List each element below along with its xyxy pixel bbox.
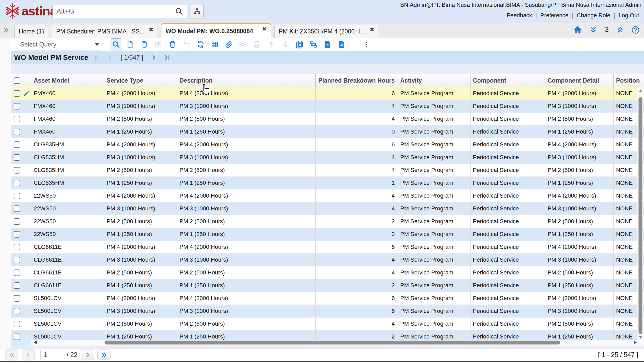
row-checkbox[interactable] xyxy=(14,269,20,276)
app-logo[interactable]: astina xyxy=(4,3,57,19)
horizontal-scrollbar[interactable] xyxy=(11,340,644,346)
attachment-button[interactable] xyxy=(223,38,235,50)
column-header-description[interactable]: Description xyxy=(177,74,316,87)
expand-all-icon[interactable] xyxy=(616,26,624,34)
close-icon[interactable]: ✖ xyxy=(370,26,374,33)
next-record-icon[interactable] xyxy=(150,54,157,61)
column-header-component-detail[interactable]: Component Detail xyxy=(545,74,614,87)
row-checkbox[interactable] xyxy=(14,321,20,327)
home-icon[interactable] xyxy=(573,25,582,35)
row-checkbox[interactable] xyxy=(14,167,20,174)
refresh-button[interactable] xyxy=(195,38,207,50)
table-row[interactable]: FMX460PM 4 (2000 Hours)PM 4 (2000 Hours)… xyxy=(11,87,644,100)
row-checkbox[interactable] xyxy=(14,257,20,263)
vertical-scrollbar[interactable] xyxy=(637,87,643,340)
cell: Periodical Service xyxy=(471,125,545,138)
global-search-input[interactable] xyxy=(53,7,171,15)
collapse-all-icon[interactable] xyxy=(589,26,597,34)
scroll-down-icon[interactable] xyxy=(639,336,643,339)
tab-window-3[interactable]: PM Kit: ZX350H/PM 4 (2000 H...✖ xyxy=(274,25,379,38)
scroll-up-icon[interactable] xyxy=(639,89,643,92)
page-number-input[interactable] xyxy=(40,350,63,360)
chevron-down-icon[interactable] xyxy=(91,39,103,50)
row-checkbox[interactable] xyxy=(14,334,20,340)
table-row[interactable]: 22WS50PM 1 (250 Hours)PM 1 (250 Hours)2P… xyxy=(11,228,644,241)
close-icon[interactable]: ✖ xyxy=(149,26,153,33)
row-checkbox[interactable] xyxy=(14,193,20,199)
tab-window-2[interactable]: WO Model PM: WO.0.25080084✖ xyxy=(161,23,271,38)
column-header-service-type[interactable]: Service Type xyxy=(104,74,177,87)
workflow-button[interactable] xyxy=(308,38,320,50)
table-row[interactable]: FMX460PM 3 (1000 Hours)PM 3 (1000 Hours)… xyxy=(11,100,644,113)
delete-button[interactable] xyxy=(166,38,178,50)
column-header-position[interactable]: Position xyxy=(614,74,644,87)
cell: 6 xyxy=(316,87,398,100)
top-link-preference[interactable]: Preference xyxy=(537,12,572,19)
table-row[interactable]: 22WS50PM 3 (1000 Hours)PM 3 (1000 Hours)… xyxy=(11,202,644,215)
top-link-feedback[interactable]: Feedback xyxy=(503,12,536,19)
table-row[interactable]: FMX460PM 2 (500 Hours)PM 2 (500 Hours)4P… xyxy=(11,113,644,125)
table-row[interactable]: CLG835HMPM 2 (500 Hours)PM 2 (500 Hours)… xyxy=(11,164,644,177)
table-row[interactable]: CLG835HMPM 1 (250 Hours)PM 1 (250 Hours)… xyxy=(11,177,644,189)
export-file-button[interactable] xyxy=(322,38,334,50)
new-document-button[interactable] xyxy=(124,38,136,50)
search-icon[interactable] xyxy=(171,4,187,18)
row-checkbox[interactable] xyxy=(14,90,20,97)
column-header-component[interactable]: Component xyxy=(471,74,545,87)
table-row[interactable]: CLG835HMPM 4 (2000 Hours)PM 4 (2000 Hour… xyxy=(11,138,644,151)
top-link-change-role[interactable]: Change Role xyxy=(573,12,614,19)
row-checkbox[interactable] xyxy=(14,244,20,250)
table-view-button[interactable] xyxy=(209,38,221,50)
last-page-button[interactable] xyxy=(97,349,111,360)
table-row[interactable]: 22WS50PM 4 (2000 Hours)PM 4 (2000 Hours)… xyxy=(11,189,644,202)
row-checkbox[interactable] xyxy=(14,282,20,289)
table-row[interactable]: SL500LCVPM 1 (250 Hours)PM 1 (250 Hours)… xyxy=(11,330,644,340)
horizontal-scrollbar-thumb[interactable] xyxy=(105,341,560,344)
table-row[interactable]: SL500LCVPM 3 (1000 Hours)PM 3 (1000 Hour… xyxy=(11,305,644,318)
last-record-icon[interactable] xyxy=(163,54,170,61)
row-checkbox[interactable] xyxy=(14,295,20,302)
scroll-left-icon[interactable] xyxy=(34,340,37,344)
vertical-scrollbar-thumb[interactable] xyxy=(639,97,642,334)
row-checkbox[interactable] xyxy=(14,308,20,314)
sitemap-button[interactable] xyxy=(191,4,204,19)
column-header-planned-breakdown-hours[interactable]: Planned Breakdown Hours xyxy=(316,74,398,87)
row-checkbox[interactable] xyxy=(14,141,20,148)
column-header-asset-model[interactable]: Asset Model xyxy=(31,74,104,87)
table-row[interactable]: SL500LCVPM 4 (2000 Hours)PM 4 (2000 Hour… xyxy=(11,292,644,305)
table-row[interactable]: CLG6611EPM 3 (1000 Hours)PM 3 (1000 Hour… xyxy=(11,254,644,266)
column-header-activity[interactable]: Activity xyxy=(398,74,471,87)
table-row[interactable]: SL500LCVPM 2 (500 Hours)PM 2 (500 Hours)… xyxy=(11,318,644,330)
row-checkbox[interactable] xyxy=(14,218,20,225)
cell: PM 2 (500 Hours) xyxy=(177,113,316,125)
row-checkbox[interactable] xyxy=(14,154,20,161)
table-row[interactable]: CLG6611EPM 1 (250 Hours)PM 1 (250 Hours)… xyxy=(11,279,644,292)
query-select[interactable]: Select Query xyxy=(16,39,103,50)
table-row[interactable]: 22WS50PM 2 (500 Hours)PM 2 (500 Hours)2P… xyxy=(11,215,644,228)
select-all-checkbox[interactable] xyxy=(14,77,20,84)
copy-button[interactable] xyxy=(138,38,150,50)
tab-home[interactable]: Home (17) xyxy=(14,25,48,38)
next-page-button[interactable] xyxy=(81,349,94,360)
row-checkbox[interactable] xyxy=(14,116,20,122)
more-options-button[interactable] xyxy=(360,38,372,50)
row-checkbox[interactable] xyxy=(14,129,20,135)
save-all-button[interactable] xyxy=(293,38,305,50)
sidebar-expander-icon[interactable] xyxy=(2,26,10,34)
table-row[interactable]: CLG6611EPM 4 (2000 Hours)PM 4 (2000 Hour… xyxy=(11,241,644,254)
import-file-button[interactable] xyxy=(336,38,348,50)
table-row[interactable]: FMX460PM 1 (250 Hours)PM 1 (250 Hours)0P… xyxy=(11,125,644,138)
top-link-log-out[interactable]: Log Out xyxy=(615,12,642,19)
row-checkbox[interactable] xyxy=(14,205,20,212)
row-checkbox[interactable] xyxy=(14,231,20,238)
scroll-right-icon[interactable] xyxy=(634,340,637,344)
help-icon[interactable] xyxy=(631,26,640,34)
search-button[interactable] xyxy=(110,38,122,50)
row-checkbox[interactable] xyxy=(14,103,20,110)
row-checkbox[interactable] xyxy=(14,180,20,186)
close-icon[interactable]: ✖ xyxy=(262,26,266,32)
table-row[interactable]: CLG835HMPM 3 (1000 Hours)PM 3 (1000 Hour… xyxy=(11,151,644,164)
table-row[interactable]: CLG6611EPM 2 (500 Hours)PM 2 (500 Hours)… xyxy=(11,266,644,279)
edit-row-icon[interactable] xyxy=(23,90,30,97)
tab-window-1[interactable]: PM Scheduler: PMS.BIMA - SS...✖ xyxy=(52,25,158,38)
